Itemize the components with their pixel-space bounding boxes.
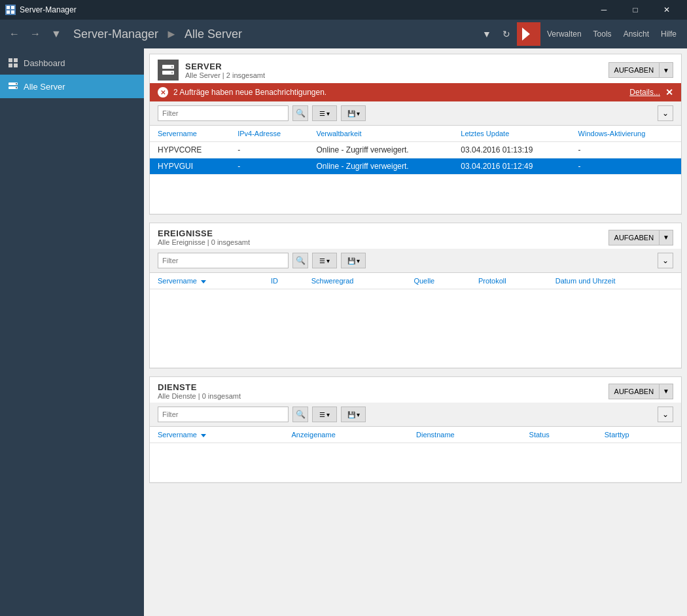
sort-indicator	[201, 434, 206, 437]
svg-rect-0	[7, 6, 10, 9]
cell-ipv4: -	[230, 158, 308, 175]
col-quelle[interactable]: Quelle	[406, 273, 470, 289]
notification-close-button[interactable]: ✕	[665, 87, 673, 98]
col-starttyp[interactable]: Starttyp	[597, 427, 681, 443]
ereignisse-collapse-button[interactable]: ⌄	[658, 253, 673, 268]
dienste-save-button[interactable]: 💾 ▾	[341, 407, 366, 422]
col-ipv4[interactable]: IPv4-Adresse	[230, 126, 308, 142]
group-arrow: ▾	[326, 110, 330, 117]
col-servername[interactable]: Servername	[150, 427, 284, 443]
col-schweregrad[interactable]: Schweregrad	[304, 273, 406, 289]
server-panel-subtitle: Alle Server | 2 insgesamt	[185, 71, 265, 79]
table-row[interactable]: HYPVGUI - Online - Zugriff verweigert. 0…	[150, 158, 681, 175]
col-servername[interactable]: Servername	[150, 126, 230, 142]
menu-title: Server-Manager ► Alle Server	[73, 27, 475, 41]
maximize-button[interactable]: □	[620, 0, 650, 20]
content-area: SERVER Alle Server | 2 insgesamt AUFGABE…	[144, 48, 687, 616]
notification-left: ✕ 2 Aufträge haben neue Benachrichtigung…	[158, 87, 326, 98]
dienste-filter-input[interactable]	[158, 407, 289, 422]
ereignisse-panel-subtitle: Alle Ereignisse | 0 insgesamt	[158, 238, 250, 246]
ansicht-menu[interactable]: Ansicht	[618, 27, 654, 41]
sidebar-item-alle-server[interactable]: Alle Server	[0, 75, 144, 98]
col-id[interactable]: ID	[263, 273, 304, 289]
save-icon: 💾	[347, 257, 355, 264]
col-windows-aktivierung[interactable]: Windows-Aktivierung	[571, 126, 681, 142]
dienste-panel-header: DIENSTE Alle Dienste | 0 insgesamt AUFGA…	[150, 377, 681, 403]
server-panel: SERVER Alle Server | 2 insgesamt AUFGABE…	[149, 54, 682, 215]
server-search-button[interactable]: 🔍	[292, 105, 308, 121]
col-verwaltbarkeit[interactable]: Verwaltbarkeit	[308, 126, 453, 142]
dashboard-icon	[8, 58, 18, 68]
aufgaben-dropdown-arrow: ▼	[659, 63, 673, 77]
dienste-collapse-button[interactable]: ⌄	[658, 407, 673, 422]
server-panel-title-area: SERVER Alle Server | 2 insgesamt	[158, 60, 265, 81]
svg-rect-2	[7, 10, 10, 14]
group-icon: ☰	[319, 411, 325, 418]
ereignisse-filter-bar: 🔍 ☰ ▾ 💾 ▾ ⌄	[150, 249, 681, 273]
verwalten-menu[interactable]: Verwalten	[542, 27, 587, 41]
group-arrow: ▾	[326, 411, 330, 418]
flag-button[interactable]	[517, 22, 540, 46]
app-icon	[5, 5, 16, 15]
dienste-filter-bar: 🔍 ☰ ▾ 💾 ▾ ⌄	[150, 403, 681, 427]
svg-rect-3	[11, 10, 14, 14]
ereignisse-group-button[interactable]: ☰ ▾	[312, 253, 337, 268]
server-collapse-button[interactable]: ⌄	[658, 105, 673, 121]
table-row[interactable]: HYPVCORE - Online - Zugriff verweigert. …	[150, 142, 681, 158]
hilfe-menu[interactable]: Hilfe	[656, 27, 682, 41]
ereignisse-filter-input[interactable]	[158, 253, 289, 268]
dienste-aufgaben-arrow: ▼	[659, 384, 673, 399]
server-aufgaben-button[interactable]: AUFGABEN ▼	[608, 62, 673, 78]
menu-right-area: ▼ ↻ Verwalten Tools Ansicht Hilfe	[478, 22, 682, 46]
ereignisse-aufgaben-arrow: ▼	[659, 230, 673, 245]
ereignisse-search-button[interactable]: 🔍	[292, 253, 308, 268]
col-datum-uhrzeit[interactable]: Datum und Uhrzeit	[548, 273, 681, 289]
app-title: Server-Manager	[20, 5, 77, 14]
svg-point-7	[16, 87, 17, 88]
sidebar-item-dashboard[interactable]: Dashboard	[0, 51, 144, 75]
ereignisse-save-button[interactable]: 💾 ▾	[341, 253, 366, 268]
server-table: Servername IPv4-Adresse Verwaltbarkeit L…	[150, 126, 681, 214]
dienste-group-button[interactable]: ☰ ▾	[312, 407, 337, 422]
ereignisse-title-area: EREIGNISSE Alle Ereignisse | 0 insgesamt	[158, 228, 250, 246]
cell-verwaltbarkeit: Online - Zugriff verweigert.	[308, 158, 453, 175]
minimize-button[interactable]: ─	[589, 0, 619, 20]
server-filter-input[interactable]	[158, 105, 289, 121]
ereignisse-aufgaben-button[interactable]: AUFGABEN ▼	[608, 230, 673, 245]
col-status[interactable]: Status	[521, 427, 597, 443]
notification-details-button[interactable]: Details...	[629, 88, 660, 97]
server-panel-title: SERVER	[185, 62, 265, 71]
back-button[interactable]: ←	[5, 25, 24, 43]
menu-title-section: Alle Server	[185, 27, 242, 41]
dienste-search-button[interactable]: 🔍	[292, 407, 308, 422]
group-arrow: ▾	[326, 257, 330, 264]
col-protokoll[interactable]: Protokoll	[470, 273, 548, 289]
server-filter-bar: 🔍 ☰ ▾ 💾 ▾ ⌄	[150, 101, 681, 126]
svg-point-11	[171, 72, 173, 74]
dropdown-icon-button[interactable]: ▼	[478, 25, 496, 43]
col-servername[interactable]: Servername	[150, 273, 263, 289]
tools-menu[interactable]: Tools	[588, 27, 617, 41]
forward-button[interactable]: →	[26, 25, 44, 43]
col-dienstname[interactable]: Dienstname	[408, 427, 521, 443]
svg-point-6	[16, 83, 17, 84]
col-letztes-update[interactable]: Letztes Update	[453, 126, 570, 142]
close-button[interactable]: ✕	[652, 0, 682, 20]
dienste-table: Servername Anzeigename Dienstname Status	[150, 427, 681, 482]
cell-letztes-update: 03.04.2016 01:13:19	[453, 142, 570, 158]
sidebar-label-alle-server: Alle Server	[24, 82, 65, 92]
dropdown-nav-button[interactable]: ▼	[47, 25, 65, 43]
server-group-button[interactable]: ☰ ▾	[312, 105, 337, 121]
cell-windows-aktivierung: -	[571, 142, 681, 158]
ereignisse-panel-title: EREIGNISSE	[158, 228, 250, 238]
notification-bar: ✕ 2 Aufträge haben neue Benachrichtigung…	[150, 83, 681, 101]
notification-right: Details... ✕	[629, 87, 673, 98]
col-anzeigename[interactable]: Anzeigename	[284, 427, 409, 443]
svg-point-10	[171, 66, 173, 68]
server-save-button[interactable]: 💾 ▾	[341, 105, 366, 121]
breadcrumb-separator: ►	[166, 27, 181, 41]
window-controls: ─ □ ✕	[589, 0, 682, 20]
cell-servername: HYPVGUI	[150, 158, 230, 175]
dienste-aufgaben-button[interactable]: AUFGABEN ▼	[608, 384, 673, 399]
refresh-button[interactable]: ↻	[497, 25, 516, 43]
